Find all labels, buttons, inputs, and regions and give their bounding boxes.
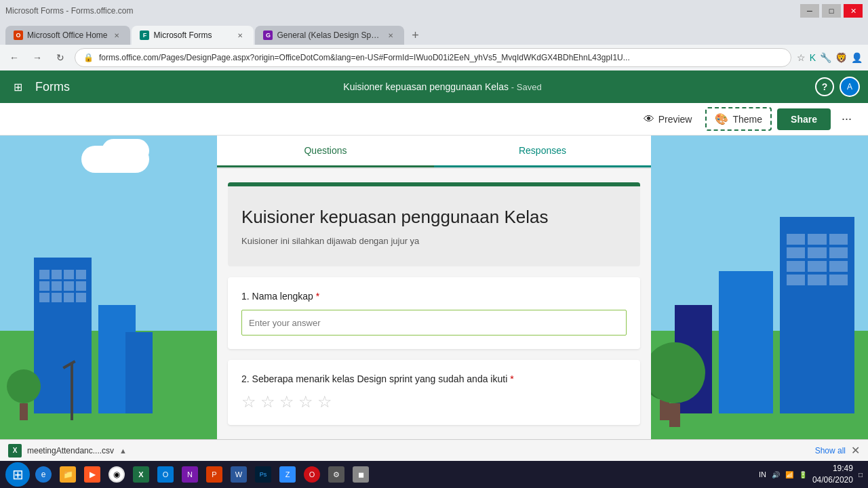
theme-label: Theme — [732, 114, 762, 125]
download-file-name: meetingAttendanc....csv — [27, 446, 114, 455]
q1-required-star: * — [316, 291, 319, 302]
preview-label: Preview — [658, 114, 692, 125]
show-all-link[interactable]: Show all — [815, 446, 846, 455]
tab3-title: General (Kelas Design Sprint 1) |... — [277, 30, 381, 40]
tabs-bar: O Microsoft Office Home ✕ F Microsoft Fo… — [0, 22, 868, 45]
star-1[interactable]: ☆ — [241, 392, 256, 411]
tree-left-1 — [7, 369, 41, 420]
title-bar: Microsoft Forms - Forms.office.com ─ □ ✕ — [0, 0, 868, 22]
tab2-favicon: F — [140, 30, 149, 40]
browser-tab-1[interactable]: O Microsoft Office Home ✕ — [5, 26, 130, 45]
help-button[interactable]: ? — [815, 77, 834, 96]
share-button[interactable]: Share — [777, 108, 831, 130]
form-container: Questions Responses Kuisioner kepuasan p… — [217, 136, 651, 461]
taskbar-tray: IN 🔊 📶 🔋 19:49 04/06/2020 □ — [759, 463, 863, 486]
taskbar-time[interactable]: 19:49 04/06/2020 — [812, 463, 853, 486]
more-options-button[interactable]: ··· — [836, 108, 857, 130]
question-1-label: 1. Nama lengkap * — [241, 291, 627, 302]
address-icons: ☆ K 🔧 🦁 👤 — [797, 52, 863, 63]
taskbar-app2[interactable]: ◼ — [350, 464, 372, 485]
url-bar[interactable]: 🔒 forms.office.com/Pages/DesignPage.aspx… — [75, 48, 791, 67]
toolbar: 👁 Preview 🎨 Theme Share ··· — [0, 103, 868, 136]
url-text: forms.office.com/Pages/DesignPage.aspx?o… — [99, 53, 783, 62]
preview-button[interactable]: 👁 Preview — [635, 109, 701, 129]
bookmark-icon[interactable]: ☆ — [797, 52, 806, 63]
question-card-2: 2. Seberapa menarik kelas Design sprint … — [228, 360, 640, 425]
taskbar-media[interactable]: ▶ — [81, 464, 103, 485]
taskbar: ⊞ e 📁 ▶ ◉ X O N P W Ps Z O ⚙ ◼ IN 🔊 📶 — [0, 461, 868, 488]
tab1-close[interactable]: ✕ — [111, 30, 122, 41]
refresh-button[interactable]: ↻ — [52, 49, 69, 66]
browser-window: Microsoft Forms - Forms.office.com ─ □ ✕… — [0, 0, 868, 461]
minimize-button[interactable]: ─ — [800, 4, 819, 18]
download-bar: X meetingAttendanc....csv ▲ Show all ✕ — [0, 439, 868, 461]
star-2[interactable]: ☆ — [260, 392, 275, 411]
tab-responses[interactable]: Responses — [434, 136, 651, 167]
tree-right-2 — [644, 342, 705, 427]
close-button[interactable]: ✕ — [844, 4, 863, 18]
forward-button[interactable]: → — [28, 49, 46, 66]
building-right-2 — [719, 271, 773, 413]
building-left-1 — [34, 258, 92, 413]
taskbar-zoom[interactable]: Z — [277, 464, 298, 485]
taskbar-chrome[interactable]: ◉ — [106, 464, 127, 485]
building-right-1 — [780, 217, 854, 413]
star-3[interactable]: ☆ — [279, 392, 294, 411]
tab2-title: Microsoft Forms — [153, 30, 231, 40]
taskbar-files[interactable]: 📁 — [57, 464, 79, 485]
q1-text: Nama lengkap — [252, 291, 313, 302]
form-title-area: Kuisioner kepuasan penggunaan Kelas - Sa… — [78, 81, 807, 92]
form-header: Kuisioner kepuasan penggunaan Kelas Kuis… — [228, 182, 640, 266]
app-name: Forms — [35, 80, 70, 94]
user-avatar[interactable]: A — [840, 77, 860, 97]
form-main-title: Kuisioner kepuasan penggunaan Kelas — [241, 207, 627, 228]
q1-answer-input[interactable] — [241, 310, 627, 336]
profile-icon[interactable]: 👤 — [851, 52, 863, 63]
tab-questions[interactable]: Questions — [217, 136, 434, 167]
time-display: 19:49 — [812, 463, 853, 474]
tab2-close[interactable]: ✕ — [235, 30, 245, 41]
form-tabs: Questions Responses — [217, 136, 651, 169]
q2-number: 2. — [241, 373, 250, 384]
app-grid-icon[interactable]: ⊞ — [8, 77, 27, 96]
taskbar-word[interactable]: W — [228, 464, 250, 485]
question-card-1: 1. Nama lengkap * — [228, 277, 640, 349]
maximize-button[interactable]: □ — [822, 4, 841, 18]
q1-number: 1. — [241, 291, 250, 302]
ext1-icon[interactable]: 🔧 — [820, 52, 831, 63]
back-button[interactable]: ← — [5, 49, 23, 66]
new-tab-button[interactable]: + — [406, 26, 425, 45]
taskbar-outlook[interactable]: O — [155, 464, 176, 485]
taskbar-excel[interactable]: X — [130, 464, 152, 485]
date-display: 04/06/2020 — [812, 474, 853, 486]
tab1-favicon: O — [14, 30, 23, 40]
theme-icon: 🎨 — [715, 113, 728, 125]
star-5[interactable]: ☆ — [317, 392, 332, 411]
taskbar-photoshop[interactable]: Ps — [252, 464, 274, 485]
tab3-favicon: G — [263, 30, 273, 40]
form-subtitle: Kuisioner ini silahkan dijawab dengan ju… — [241, 236, 627, 246]
q2-text: Seberapa menarik kelas Design sprint yan… — [252, 373, 508, 384]
saved-label: - Saved — [511, 82, 542, 92]
star-4[interactable]: ☆ — [298, 392, 313, 411]
address-bar: ← → ↻ 🔒 forms.office.com/Pages/DesignPag… — [0, 45, 868, 70]
start-button[interactable]: ⊞ — [5, 462, 30, 487]
taskbar-ie[interactable]: e — [33, 464, 54, 485]
ext2-icon[interactable]: 🦁 — [835, 52, 847, 63]
theme-button[interactable]: 🎨 Theme — [707, 108, 770, 129]
browser-tab-2[interactable]: F Microsoft Forms ✕ — [132, 26, 254, 45]
taskbar-onenote[interactable]: N — [179, 464, 201, 485]
taskbar-powerpoint[interactable]: P — [203, 464, 225, 485]
star-rating: ☆ ☆ ☆ ☆ ☆ — [241, 392, 627, 411]
tab3-close[interactable]: ✕ — [385, 30, 396, 41]
main-area-inner: Questions Responses Kuisioner kepuasan p… — [0, 136, 868, 461]
app-bar-actions: ? A — [815, 77, 860, 97]
taskbar-app1[interactable]: ⚙ — [326, 464, 347, 485]
download-close-button[interactable]: ✕ — [851, 444, 860, 457]
kaspersky-icon[interactable]: K — [810, 52, 816, 63]
theme-button-wrapper: 🎨 Theme — [705, 107, 772, 131]
browser-tab-3[interactable]: G General (Kelas Design Sprint 1) |... ✕ — [255, 26, 404, 45]
window-controls: ─ □ ✕ — [800, 4, 863, 18]
building-left-3 — [125, 332, 153, 413]
taskbar-opera[interactable]: O — [301, 464, 323, 485]
